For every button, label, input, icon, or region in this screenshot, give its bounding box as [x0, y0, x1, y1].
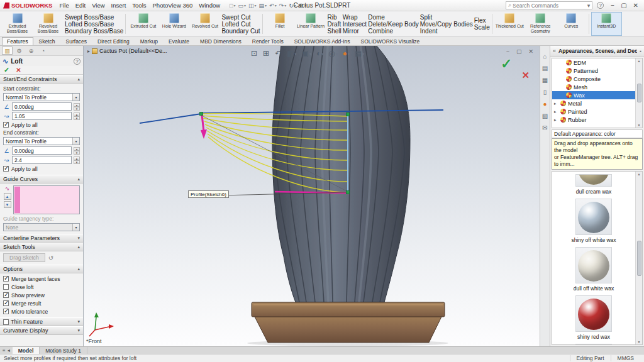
appearance-tree-item[interactable]: ▸ Metal [552, 99, 635, 107]
start-constraint-select[interactable]: Normal To Profile ▾ [3, 93, 80, 101]
group-centerline-parameters[interactable]: Centerline Parameters ▾ [0, 234, 83, 243]
command-tab[interactable]: SOLIDWORKS Add-Ins [289, 37, 355, 45]
ribbon-button-intersect[interactable]: Intersect [343, 21, 367, 28]
section-view-icon[interactable]: ◧ ▾ [287, 49, 296, 58]
profile-callout[interactable]: Profile(Sketch6) [188, 190, 229, 198]
ribbon-button-thickened-cut[interactable]: Thickened Cut [494, 12, 525, 36]
collapse-pane-icon[interactable]: « [553, 48, 556, 54]
open-file-icon[interactable]: ▭ ▾ [238, 3, 247, 9]
ribbon-button-lofted-cut[interactable]: Lofted Cut [221, 21, 260, 28]
ribbon-button-linear-pattern[interactable]: Linear Pattern [296, 12, 326, 36]
spin-down-icon[interactable]: ▼ [74, 160, 80, 164]
ribbon-button-swept-boss-base[interactable]: Swept Boss/Base [65, 14, 123, 21]
ribbon-button-boundary-boss-base[interactable]: Boundary Boss/Base [65, 28, 123, 35]
restore-icon[interactable]: ▢ [516, 48, 522, 55]
start-tangent-spinner[interactable]: ▲▼ [74, 112, 80, 120]
ribbon-button-mirror[interactable]: Mirror [343, 28, 367, 35]
undo-sketch-icon[interactable]: ↺ [48, 255, 53, 261]
guide-curves-listbox[interactable] [13, 185, 80, 214]
ribbon-button-curves[interactable]: Curves [556, 12, 587, 36]
graphics-area[interactable]: ▸ Cactus Pot (Default<<De... ⊡ ⊞ ↶ ◧ ▾ ▣… [84, 46, 540, 346]
configuration-manager-tab[interactable]: ⚙ [14, 47, 25, 55]
appearance-thumbnail[interactable]: shiny red wax [575, 293, 612, 341]
scroll-up-icon[interactable]: ▲ [638, 59, 641, 63]
spin-down-icon[interactable]: ▼ [74, 151, 80, 155]
command-tab[interactable]: Direct Editing [92, 37, 135, 45]
thumbnails-scrollbar[interactable]: ▲ ▼ [635, 172, 642, 344]
end-tangent-input[interactable]: 2.4 [12, 156, 72, 164]
command-tab[interactable]: Sketch [34, 37, 60, 45]
ribbon-button-fillet[interactable]: Fillet [265, 12, 296, 36]
ribbon-button-split[interactable]: Split [420, 14, 473, 21]
ok-button[interactable]: ✓ [501, 56, 512, 72]
thin-feature-checkbox[interactable] [3, 319, 9, 325]
ribbon-button-extruded-boss-base[interactable]: Extruded Boss/Base [2, 12, 33, 36]
dimxpert-manager-tab[interactable]: ⊕ [26, 47, 36, 55]
ribbon-button-wrap[interactable]: Wrap [343, 14, 367, 21]
command-tab[interactable]: Surfaces [61, 37, 92, 45]
ok-button[interactable]: ✓ [4, 66, 9, 74]
view-settings-icon[interactable]: ▤ ▾ [355, 49, 364, 58]
view-palette-icon[interactable]: ▯ [543, 89, 547, 96]
end-constraint-select[interactable]: Normal To Profile ▾ [3, 137, 80, 145]
move-down-button[interactable]: ▼ [4, 201, 11, 208]
menu-item[interactable]: File [56, 1, 72, 9]
ribbon-button-boundary-cut[interactable]: Boundary Cut [221, 28, 260, 35]
menu-item[interactable]: Tools [129, 1, 149, 9]
redo-icon[interactable]: ↷ ▾ [279, 3, 287, 9]
hide-show-items-icon[interactable]: ◎ ▾ [328, 49, 338, 58]
model-tab[interactable]: Model [13, 347, 40, 354]
menu-item[interactable]: Window [196, 1, 223, 9]
units-selector[interactable]: MMGS [611, 355, 640, 361]
edit-appearance-icon[interactable]: ● ▾ [343, 49, 350, 58]
ribbon-button-dome[interactable]: Dome [368, 14, 419, 21]
apply-to-all-end[interactable]: Apply to all [3, 165, 80, 172]
save-icon[interactable]: ◫ ▾ [248, 3, 257, 9]
sketch-point[interactable] [347, 191, 350, 194]
option-checkbox-row[interactable]: Merge result [3, 300, 80, 307]
start-angle-input[interactable]: 0.00deg [12, 102, 72, 111]
undo-icon[interactable]: ↶ ▾ [269, 3, 277, 9]
forum-icon[interactable]: ✉ [542, 125, 547, 131]
menu-item[interactable]: View [89, 1, 108, 9]
appearance-thumbnail[interactable]: dull cream wax [575, 172, 612, 196]
start-tangent-input[interactable]: 1.05 [12, 112, 72, 120]
solidworks-resources-icon[interactable]: ⌂ [543, 53, 547, 60]
menu-item[interactable]: Insert [108, 1, 130, 9]
scroll-down-icon[interactable]: ▼ [638, 123, 641, 127]
spin-down-icon[interactable]: ▼ [74, 116, 80, 120]
pin-icon[interactable]: ▪ [640, 48, 641, 54]
minimize-icon[interactable]: − [506, 48, 509, 55]
option-checkbox-row[interactable]: Micro tolerance [3, 308, 80, 315]
sketch-point[interactable] [347, 113, 350, 116]
end-angle-input[interactable]: 0.00deg [12, 146, 72, 155]
command-tab[interactable]: SOLIDWORKS Visualize [356, 37, 425, 45]
appearance-thumbnail[interactable]: dull off white wax [574, 244, 614, 293]
ribbon-button-reference-geometry[interactable]: Reference Geometry [525, 12, 556, 36]
document-tab[interactable]: ▸ Cactus Pot (Default<<De... [87, 48, 167, 54]
option-checkbox-row[interactable]: Close loft [3, 283, 80, 290]
apply-to-all-start[interactable]: Apply to all [3, 121, 80, 128]
scroll-up-icon[interactable]: ▲ [638, 172, 641, 176]
zoom-fit-icon[interactable]: ⊡ [251, 49, 258, 58]
new-file-icon[interactable]: □ ▾ [230, 3, 235, 9]
tab-list-icon[interactable]: ≡ [3, 348, 6, 353]
search-caret-icon[interactable]: ▾ [587, 3, 591, 9]
previous-view-icon[interactable]: ↶ [275, 49, 282, 58]
command-tab[interactable]: Markup [135, 37, 163, 45]
pot-body[interactable] [255, 317, 441, 343]
scrollbar-thumb[interactable] [637, 241, 641, 276]
model-canvas[interactable] [84, 46, 540, 346]
group-curvature-display[interactable]: Curvature Display ▾ [0, 326, 83, 335]
scrollbar-thumb[interactable] [637, 84, 641, 102]
display-manager-tab[interactable]: ◔ [38, 47, 48, 55]
flyout-arrow-icon[interactable]: ▸ [87, 48, 90, 54]
close-icon[interactable]: ✕ [633, 2, 638, 9]
ribbon-button-lofted-boss-base[interactable]: Lofted Boss/Base [65, 21, 123, 28]
command-tab[interactable]: Features [2, 37, 33, 45]
ribbon-button-rib[interactable]: Rib [328, 14, 341, 21]
option-checkbox-row[interactable]: Show preview [3, 292, 80, 299]
tab-scroll-icon[interactable]: ◂ [8, 348, 10, 353]
ribbon-button-hole-wizard[interactable]: Hole Wizard [158, 12, 189, 36]
ribbon-button-revolved-cut[interactable]: Revolved Cut [189, 12, 220, 36]
